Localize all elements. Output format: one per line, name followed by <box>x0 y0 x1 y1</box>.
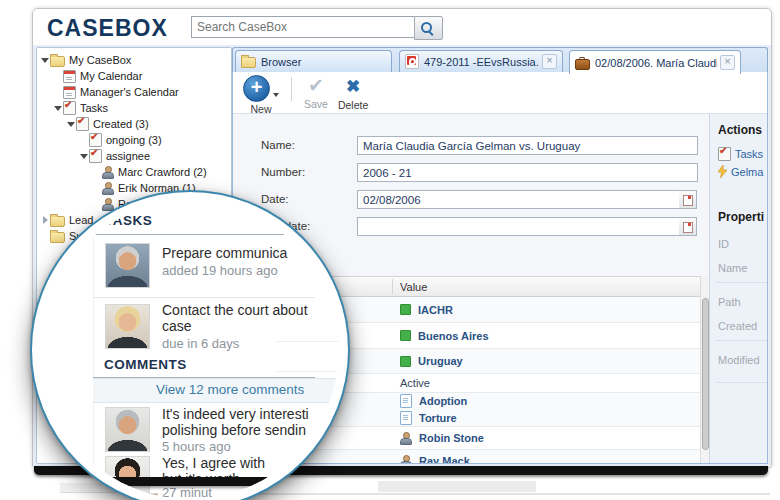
comment-text: polishing before sendin <box>162 422 306 438</box>
tree-item-label: My CaseBox <box>69 54 131 66</box>
magnifier-overlay: TASKS Prepare communica added 19 hours a… <box>30 190 350 500</box>
divider <box>93 297 315 298</box>
search-icon <box>421 22 434 35</box>
task-meta: due in 6 days <box>162 336 239 351</box>
caret-expanded-icon[interactable] <box>79 151 89 161</box>
task-meta: added 19 hours ago <box>162 263 278 278</box>
caret-none <box>53 87 63 97</box>
faint-row-line <box>276 371 339 372</box>
tree-item-tasks[interactable]: Tasks <box>37 100 231 116</box>
cell-value: Active <box>400 377 430 389</box>
action-gelman-link[interactable]: Gelma <box>718 165 763 178</box>
cell-value: Ray Mack <box>419 455 470 463</box>
magnifier-content: TASKS Prepare communica added 19 hours a… <box>41 201 339 499</box>
number-label: Number: <box>261 166 305 178</box>
right-panel: Actions Tasks Gelma Properti ID Name <box>709 114 767 463</box>
tree-item-label: Manager's Calendar <box>80 86 179 98</box>
save-check-icon <box>308 75 324 97</box>
task-icon <box>89 149 102 163</box>
toolbar: New Save Delete <box>233 72 767 114</box>
document-icon <box>400 394 412 408</box>
task-text: Prepare communica <box>162 245 287 261</box>
delete-button[interactable]: Delete <box>338 75 368 111</box>
end-date-field[interactable] <box>357 217 680 236</box>
avatar <box>105 407 150 452</box>
search-bar <box>191 16 443 38</box>
calendar-icon <box>63 70 76 83</box>
avatar-partial <box>113 493 158 499</box>
name-label: Name: <box>261 139 295 151</box>
new-button[interactable]: New <box>243 75 279 115</box>
cell-value: Adoption <box>419 395 467 407</box>
view-more-comments-link[interactable]: View 12 more comments <box>156 382 304 397</box>
tree-item-ongoing[interactable]: ongoing (3) <box>37 132 231 148</box>
tree-item-assignee[interactable]: assignee <box>37 148 231 164</box>
tree-item-my-casebox[interactable]: My CaseBox <box>37 52 231 68</box>
tree-item-my-calendar[interactable]: My Calendar <box>37 68 231 84</box>
tab-browser[interactable]: Browser <box>235 50 392 72</box>
green-square-icon <box>400 304 411 315</box>
search-input[interactable] <box>191 16 414 38</box>
tab-label: 479-2011 -EEvsRussia.pdf <box>424 56 539 68</box>
form-row-name: Name: <box>233 136 710 157</box>
tab-label: 02/08/2006. María Claudia García <box>595 57 717 69</box>
comment-meta: 27 minut <box>162 485 212 499</box>
cell-value: IACHR <box>418 304 453 316</box>
tree-item-marc-crawford[interactable]: Marc Crawford (2) <box>37 164 231 180</box>
scrollbar-thumb[interactable] <box>702 298 709 450</box>
tab-bar: Browser 479-2011 -EEvsRussia.pdf 02/08/2… <box>232 47 768 73</box>
caret-none <box>92 199 102 209</box>
folder-icon <box>50 216 65 227</box>
caret-expanded-icon[interactable] <box>40 55 50 65</box>
tree-item-created[interactable]: Created (3) <box>37 116 231 132</box>
caret-expanded-icon[interactable] <box>53 103 63 113</box>
action-tasks-link[interactable]: Tasks <box>718 147 763 161</box>
new-plus-icon <box>243 75 270 102</box>
close-icon[interactable] <box>720 55 735 70</box>
page: CASEBOX My CaseBox My Calendar Manager's… <box>0 0 780 500</box>
property-path: Path <box>718 296 741 308</box>
tree-item-label: assignee <box>106 150 150 162</box>
person-icon <box>400 432 412 444</box>
number-field[interactable] <box>357 163 698 182</box>
caret-none <box>92 167 102 177</box>
undercard-line <box>238 493 770 495</box>
card-left-border <box>93 201 94 499</box>
search-button[interactable] <box>414 16 443 40</box>
task-text: case <box>162 318 192 334</box>
undercard-strip-mid <box>378 481 536 492</box>
property-name: Name <box>718 262 747 274</box>
briefcase-icon <box>575 59 590 70</box>
close-icon[interactable] <box>542 54 557 69</box>
divider <box>716 340 767 341</box>
avatar <box>105 243 150 288</box>
tree-item-label: Created (3) <box>93 118 149 130</box>
property-created: Created <box>718 320 757 332</box>
date-field[interactable] <box>357 190 680 209</box>
divider <box>716 382 767 383</box>
comment-meta: 5 hours ago <box>162 439 231 454</box>
view-more-row[interactable]: View 12 more comments <box>93 378 339 403</box>
name-field[interactable] <box>357 136 698 155</box>
calendar-picker-icon[interactable] <box>679 190 697 209</box>
task-icon <box>89 133 102 147</box>
chevron-down-icon[interactable] <box>273 93 279 97</box>
tree-item-managers-calendar[interactable]: Manager's Calendar <box>37 84 231 100</box>
tree-item-label: Tasks <box>80 102 108 114</box>
save-button[interactable]: Save <box>304 75 328 110</box>
action-link-label: Tasks <box>735 148 763 160</box>
tab-pdf-document[interactable]: 479-2011 -EEvsRussia.pdf <box>399 50 563 72</box>
caret-collapsed-icon[interactable] <box>40 215 50 225</box>
person-icon <box>102 182 114 194</box>
caret-expanded-icon[interactable] <box>66 119 76 129</box>
actions-title: Actions <box>718 123 762 137</box>
tree-item-label: Marc Crawford (2) <box>118 166 207 178</box>
tab-case-record[interactable]: 02/08/2006. María Claudia García <box>569 50 741 74</box>
divider <box>93 234 315 235</box>
task-icon <box>718 147 731 161</box>
green-square-icon <box>400 356 411 367</box>
app-header: CASEBOX <box>33 9 771 45</box>
calendar-picker-icon[interactable] <box>679 217 697 236</box>
delete-x-icon <box>346 75 360 98</box>
person-icon <box>102 166 114 178</box>
